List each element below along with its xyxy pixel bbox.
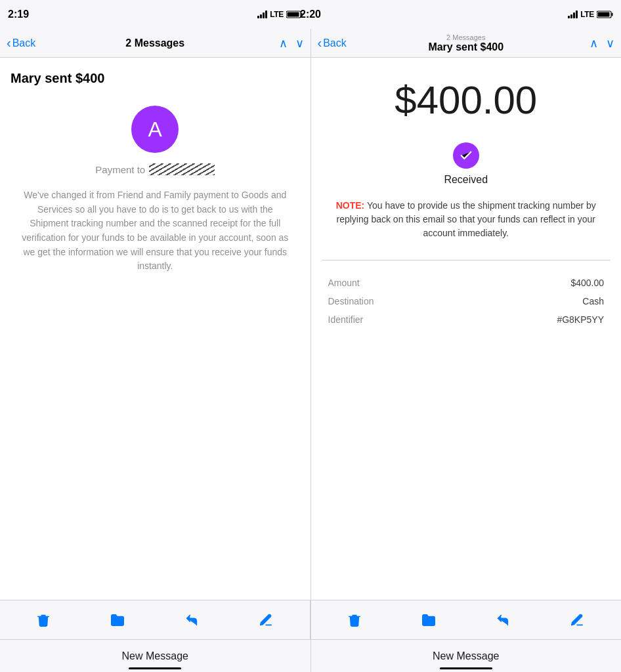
- left-tab[interactable]: New Message: [0, 640, 311, 672]
- left-tab-label: New Message: [122, 650, 188, 662]
- tab-bar: New Message New Message: [0, 639, 621, 672]
- svg-rect-4: [612, 13, 613, 16]
- left-tab-underline: [129, 667, 181, 669]
- detail-value-destination: Cash: [582, 296, 604, 306]
- left-nav-arrows: ∧ ∨: [279, 36, 304, 51]
- left-toolbar: [0, 600, 310, 639]
- payment-to-label: Payment to: [95, 164, 145, 175]
- left-time: 2:19: [8, 9, 29, 20]
- right-nav-arrows: ∧ ∨: [589, 36, 614, 51]
- detail-row-destination: Destination Cash: [322, 292, 611, 310]
- detail-value-identifier: #G8KP5YY: [557, 314, 604, 325]
- left-message-title: Mary sent $400: [11, 71, 104, 86]
- right-panel: $400.00 Received NOTE: You have to provi…: [311, 58, 622, 639]
- right-toolbar: [311, 600, 622, 639]
- left-reply-button[interactable]: [180, 608, 203, 632]
- right-status-icons: LTE: [568, 10, 613, 19]
- right-time: 2:20: [300, 9, 321, 20]
- left-compose-button[interactable]: [254, 608, 278, 632]
- payment-to-row: Payment to: [95, 163, 215, 175]
- right-trash-button[interactable]: [343, 608, 366, 632]
- right-battery-icon: [597, 10, 613, 18]
- note-text: You have to provide us the shipment trac…: [336, 200, 595, 238]
- right-tab-underline: [440, 667, 492, 669]
- left-down-arrow[interactable]: ∨: [295, 36, 304, 51]
- left-status-icons: LTE: [257, 10, 303, 19]
- left-trash-button[interactable]: [32, 608, 55, 632]
- left-chevron-icon: ‹: [7, 35, 11, 51]
- left-back-button[interactable]: ‹ Back: [7, 35, 35, 51]
- right-tab[interactable]: New Message: [311, 640, 622, 672]
- right-content: $400.00 Received NOTE: You have to provi…: [311, 58, 622, 600]
- right-lte-label: LTE: [580, 10, 594, 19]
- detail-label-identifier: Identifier: [328, 314, 364, 325]
- right-nav-subtitle: 2 Messages: [428, 33, 503, 41]
- left-nav-title: 2 Messages: [125, 37, 184, 49]
- right-folder-button[interactable]: [417, 608, 440, 632]
- right-toolbar-icons: [311, 600, 622, 639]
- left-nav: ‹ Back 2 Messages ∧ ∨: [0, 29, 311, 57]
- left-folder-button[interactable]: [106, 608, 129, 632]
- main-panels: Mary sent $400 A Payment to We've change…: [0, 58, 621, 639]
- right-compose-button[interactable]: [565, 608, 589, 632]
- redacted-name: [149, 163, 215, 175]
- note-box: NOTE: You have to provide us the shipmen…: [322, 199, 611, 240]
- detail-row-identifier: Identifier #G8KP5YY: [322, 310, 611, 329]
- divider: [322, 260, 611, 261]
- nav-bar: ‹ Back 2 Messages ∧ ∨ ‹ Back 2 Messages …: [0, 29, 621, 58]
- detail-value-amount: $400.00: [570, 278, 604, 288]
- amount-display: $400.00: [395, 77, 537, 123]
- received-icon: [453, 142, 479, 169]
- status-bar: 2:19 LTE 2:20 LTE: [0, 0, 621, 29]
- signal-icon: [257, 10, 267, 18]
- svg-rect-5: [598, 12, 610, 17]
- avatar: A: [131, 106, 179, 153]
- received-label: Received: [444, 174, 488, 186]
- right-chevron-icon: ‹: [318, 35, 322, 51]
- left-up-arrow[interactable]: ∧: [279, 36, 288, 51]
- right-reply-button[interactable]: [491, 608, 515, 632]
- detail-label-destination: Destination: [328, 296, 374, 306]
- right-signal-icon: [568, 10, 578, 18]
- right-down-arrow[interactable]: ∨: [606, 36, 614, 51]
- detail-label-amount: Amount: [328, 278, 360, 288]
- left-panel: Mary sent $400 A Payment to We've change…: [0, 58, 311, 639]
- right-nav: ‹ Back 2 Messages Mary sent $400 ∧ ∨: [311, 29, 622, 57]
- right-tab-label: New Message: [433, 650, 499, 662]
- note-label: NOTE:: [336, 200, 365, 211]
- left-toolbar-icons: [0, 600, 310, 639]
- lte-label: LTE: [270, 10, 284, 19]
- left-back-label: Back: [12, 37, 36, 49]
- detail-row-amount: Amount $400.00: [322, 274, 611, 292]
- right-up-arrow[interactable]: ∧: [589, 36, 598, 51]
- right-nav-title-group: 2 Messages Mary sent $400: [428, 33, 503, 53]
- svg-rect-2: [288, 12, 299, 17]
- body-text: We've changed it from Friend and Family …: [11, 188, 300, 274]
- avatar-initial: A: [148, 117, 162, 142]
- right-nav-title: Mary sent $400: [428, 41, 503, 53]
- left-status: 2:19 LTE: [0, 0, 310, 29]
- right-status: 2:20 LTE: [310, 0, 621, 29]
- right-back-button[interactable]: ‹ Back: [318, 35, 347, 51]
- left-content: Mary sent $400 A Payment to We've change…: [0, 58, 310, 600]
- right-back-label: Back: [323, 37, 347, 49]
